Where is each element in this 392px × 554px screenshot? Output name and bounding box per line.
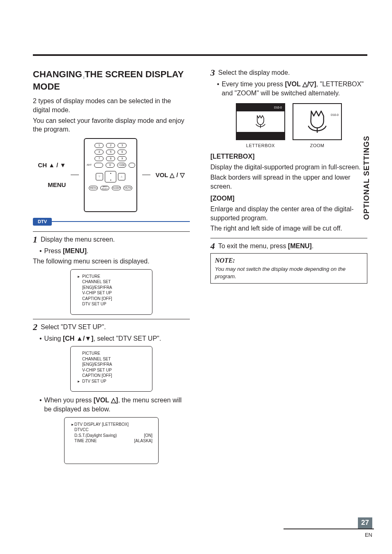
remote-illustration: CH ▲ / ▼ MENU 123 456 789 -/ENT 0 +100 <box>33 138 190 212</box>
mode-letterbox-p2: Black borders will spread in the upper a… <box>210 173 367 191</box>
remote-menu-btn: MENU <box>89 186 98 190</box>
step-4-suffix: . <box>312 242 314 249</box>
step-divider-3 <box>210 238 367 238</box>
step-4: 4 To exit the menu, press [MENU]. <box>210 242 367 251</box>
left-column: CHANGING THE SCREEN DISPLAY MODE 2 types… <box>33 66 190 468</box>
remote-key-2: 2 <box>106 143 115 148</box>
menu1-item-5: DTV SET UP <box>82 301 106 307</box>
menu1-item-3: V-CHIP SET UP <box>82 290 112 296</box>
step-2-press: When you press [VOL △], the menu screen … <box>39 396 190 413</box>
step-1-bullet-bold: [MENU] <box>63 247 87 254</box>
step-divider-2 <box>33 319 190 319</box>
step-1-bullet-prefix: Press <box>44 247 63 254</box>
step-3-num: 3 <box>210 68 215 77</box>
step-1-sub: The following menu screen is displayed. <box>33 257 190 266</box>
dtv-tag-row: DTV <box>33 218 190 226</box>
menu1-item-2: [ENG]/ESP/FRA <box>82 285 112 291</box>
fig-letterbox-box: D10-0 <box>236 103 285 140</box>
fig-letterbox: D10-0 LETTERBOX <box>236 103 285 149</box>
remote-key-9: 9 <box>118 156 127 161</box>
remote-key-0: 0 <box>106 163 115 168</box>
fig-zoom-box: D10-0 <box>293 103 342 140</box>
step-3: 3 Select the display mode. <box>210 68 367 77</box>
mode-zoom-p1: Enlarge and display the center area of t… <box>210 205 367 222</box>
fig-letterbox-dlabel: D10-0 <box>274 106 282 109</box>
step-2-bullet-bold: [CH ▲/▼] <box>63 335 93 342</box>
step-3-bullet-prefix: Every time you press <box>222 81 285 88</box>
remote-key-recall <box>129 163 135 168</box>
menu3-v-2: [ON] <box>140 433 152 439</box>
intro-para-2: You can select your favorite display mod… <box>33 116 190 134</box>
tulip-icon <box>251 112 270 131</box>
menu3-v-1 <box>148 427 152 433</box>
step-3-bullet: Every time you press [VOL △/▽], "LETTERB… <box>217 80 367 97</box>
step-1-bullet: Press [MENU]. <box>39 247 190 256</box>
mode-letterbox-p1: Display the digital-supported program in… <box>210 163 367 172</box>
right-column: 3 Select the display mode. Every time yo… <box>210 66 367 468</box>
intro-para-1: 2 types of display modes can be selected… <box>33 97 190 114</box>
step-2-title: Select "DTV SET UP". <box>41 323 190 332</box>
menu2-item-2: [ENG]/ESP/FRA <box>82 362 112 367</box>
step-1-title: Display the menu screen. <box>41 235 190 244</box>
step-3-title: Select the display mode. <box>218 68 367 77</box>
menu1-item-4: CAPTION [OFF] <box>82 296 112 302</box>
menu2-item-4: CAPTION [OFF] <box>82 373 112 379</box>
mode-zoom-head: [ZOOM] <box>210 194 367 203</box>
step-divider-1 <box>33 231 190 232</box>
step-2-bullet: Using [CH ▲/▼], select "DTV SET UP". <box>39 334 190 343</box>
menu3-k-0: DTV DISPLAY <box>74 422 101 427</box>
side-tab-label: OPTIONAL SETTINGS <box>362 136 371 220</box>
menu-screen-1: ▸PICTURE CHANNEL SET [ENG]/ESP/FRA V-CHI… <box>70 269 152 315</box>
step-2-press-prefix: When you press <box>44 397 94 404</box>
remote-vol-up: △ <box>118 173 125 180</box>
mode-letterbox-head: [LETTERBOX] <box>210 152 367 161</box>
step-4-prefix: To exit the menu, press <box>218 242 288 249</box>
menu3-k-1: DTVCC <box>74 427 88 432</box>
mode-zoom-p2: The right and left side of image will be… <box>210 224 367 233</box>
step-2-num: 2 <box>33 323 37 332</box>
bullet-icon <box>217 80 219 89</box>
remote-sleep-btn: SLEEP <box>112 186 121 190</box>
menu3-ptr-0: ▸ <box>70 422 74 427</box>
fig-letterbox-caption: LETTERBOX <box>236 143 285 149</box>
menu3-k-3: TIME ZONE <box>74 439 97 443</box>
step-2-bullet-suffix: , select "DTV SET UP". <box>93 335 161 342</box>
bullet-icon <box>39 334 42 343</box>
remote-input-btn: INPUT SELECT <box>100 186 109 190</box>
step-1-bullet-suffix: . <box>87 247 88 254</box>
step-1-num: 1 <box>33 235 37 244</box>
menu1-item-1: CHANNEL SET <box>82 279 111 285</box>
page-number: 27 <box>358 517 372 529</box>
dtv-tag: DTV <box>33 218 52 226</box>
fig-zoom: D10-0 ZOOM <box>293 103 342 149</box>
remote-outline: 123 456 789 -/ENT 0 +100 ▽ ▲ ▼ <box>84 138 137 212</box>
display-mode-figures: D10-0 LETTERBOX D10-0 <box>210 103 367 149</box>
bullet-icon <box>39 396 42 405</box>
menu-screen-3: ▸DTV DISPLAY [LETTERBOX] DTVCC D.S.T.(Da… <box>64 417 159 464</box>
menu2-item-5: DTV SET UP <box>82 379 106 384</box>
step-2: 2 Select "DTV SET UP". <box>33 323 190 332</box>
page-footer: 27 EN <box>284 517 372 539</box>
remote-key-100: +100 <box>117 163 126 168</box>
remote-key-3: 3 <box>118 143 127 148</box>
note-title: NOTE: <box>215 256 363 265</box>
menu2-item-0: PICTURE <box>82 351 100 356</box>
remote-label-ent: -/ENT <box>86 164 92 166</box>
menu3-v-3: [ALASKA] <box>130 438 152 444</box>
menu2-item-3: V-CHIP SET UP <box>82 367 112 373</box>
fig-zoom-dlabel: D10-0 <box>331 113 339 117</box>
fig-zoom-caption: ZOOM <box>293 143 342 149</box>
menu3-k-2: D.S.T.(Daylight Saving) <box>74 433 117 438</box>
content-columns: CHANGING THE SCREEN DISPLAY MODE 2 types… <box>33 66 367 468</box>
remote-key-ent <box>94 163 103 168</box>
menu1-ptr-0: ▸ <box>76 274 81 279</box>
tulip-icon <box>302 108 332 135</box>
step-4-num: 4 <box>210 242 215 251</box>
remote-key-1: 1 <box>95 143 104 148</box>
menu3-v-0: [LETTERBOX] <box>102 422 129 427</box>
callout-ch: CH ▲ / ▼ <box>38 161 66 169</box>
remote-key-4: 4 <box>95 150 104 155</box>
menu-screen-2: PICTURE CHANNEL SET [ENG]/ESP/FRA V-CHIP… <box>70 346 152 392</box>
remote-vol-down: ▽ <box>96 173 103 180</box>
callout-menu: MENU <box>48 181 66 189</box>
